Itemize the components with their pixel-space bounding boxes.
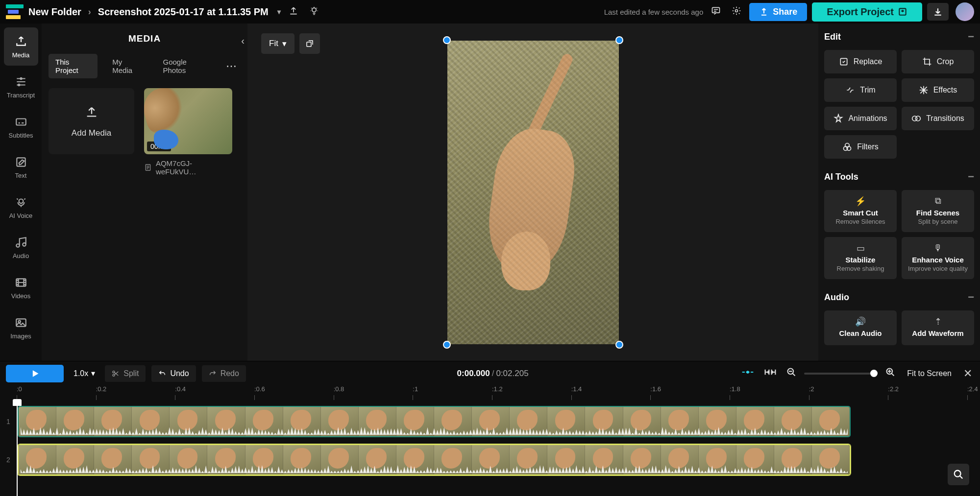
- crop-button[interactable]: Crop: [902, 50, 974, 73]
- user-avatar[interactable]: [956, 2, 974, 21]
- tab-label: Subtitles: [9, 132, 33, 139]
- share-button[interactable]: Share: [749, 3, 807, 21]
- media-clip-card[interactable]: 00:02 AQM7cGJ-weFUkVU…: [144, 88, 232, 176]
- transcript-icon: [15, 75, 27, 89]
- audio-section-title: Audio: [824, 292, 849, 303]
- findscenes-button[interactable]: ⧉Find ScenesSplit by scene: [902, 190, 974, 232]
- properties-panel: Edit − Replace Crop Trim Effects Animati…: [818, 24, 980, 361]
- settings-gear-icon[interactable]: [729, 3, 744, 21]
- sidebar-tab-videos[interactable]: Videos: [4, 268, 38, 307]
- timeline-ruler[interactable]: :0:0.2:0.4:0.6:0.8:1:1.2:1.4:1.6:1.8:2:2…: [0, 385, 980, 400]
- collapse-panel-icon[interactable]: ‹: [241, 35, 245, 47]
- snap-magnet-icon[interactable]: [739, 365, 756, 381]
- tab-label: Audio: [13, 252, 29, 260]
- fit-label: Fit: [269, 39, 278, 48]
- ruler-tick: :0.4: [175, 385, 186, 393]
- timeline-clip[interactable]: [18, 406, 851, 437]
- breadcrumb-folder[interactable]: New Folder: [28, 6, 81, 18]
- tab-label: Transcript: [7, 92, 35, 99]
- fit-to-screen-button[interactable]: Fit to Screen: [903, 366, 956, 381]
- track-number: 2: [0, 456, 17, 464]
- ruler-tick: :1.2: [492, 385, 503, 393]
- upload-icon[interactable]: [286, 3, 301, 21]
- media-tab-my-media[interactable]: My Media: [105, 54, 148, 78]
- more-options-icon[interactable]: ⋯: [222, 58, 241, 74]
- chevron-down-icon[interactable]: ▾: [277, 8, 281, 16]
- tab-label: Images: [10, 332, 31, 340]
- resize-handle-tr[interactable]: [615, 36, 623, 44]
- sidebar-tab-media[interactable]: Media: [4, 27, 38, 66]
- addwaveform-button[interactable]: ⇡Add Waveform: [902, 310, 974, 345]
- canvas-toolbar: Fit ▾: [261, 33, 320, 54]
- ai-section-title: AI Tools: [824, 172, 858, 182]
- add-media-button[interactable]: Add Media: [49, 88, 134, 154]
- media-panel: ‹ MEDIA This ProjectMy MediaGoogle Photo…: [42, 24, 247, 361]
- cleanaudio-button[interactable]: 🔊Clean Audio: [824, 310, 897, 345]
- ruler-tick: :1.4: [571, 385, 582, 393]
- playback-speed-select[interactable]: 1.0x▾: [70, 369, 99, 378]
- resize-handle-bl[interactable]: [443, 341, 451, 349]
- timeline-toolbar: 1.0x▾ Split Undo Redo 0:00.000/0:02.205 …: [0, 361, 980, 385]
- aivoice-icon: [15, 195, 27, 209]
- search-fab-button[interactable]: [948, 464, 969, 485]
- smartcut-button[interactable]: ⚡Smart CutRemove Silences: [824, 190, 897, 232]
- lightbulb-icon[interactable]: [306, 3, 322, 21]
- play-button[interactable]: [6, 365, 64, 382]
- redo-button[interactable]: Redo: [202, 365, 246, 382]
- enhancevoice-button[interactable]: 🎙Enhance VoiceImprove voice quality: [902, 237, 974, 279]
- sidebar-tab-audio[interactable]: Audio: [4, 228, 38, 266]
- media-tab-google-photos[interactable]: Google Photos: [156, 54, 215, 78]
- collapse-section-icon[interactable]: −: [968, 170, 974, 183]
- stabilize-button[interactable]: ▭StabilizeRemove shaking: [824, 237, 897, 279]
- detach-canvas-button[interactable]: [299, 33, 320, 54]
- upload-icon: [85, 105, 98, 121]
- zoom-slider[interactable]: [804, 373, 878, 375]
- audio-icon: [15, 236, 27, 249]
- effects-button[interactable]: Effects: [902, 78, 974, 102]
- app-logo[interactable]: [6, 4, 24, 19]
- track-row: 1: [0, 405, 960, 438]
- close-timeline-tools-icon[interactable]: ✕: [961, 365, 974, 382]
- fit-dropdown[interactable]: Fit ▾: [261, 33, 294, 54]
- transitions-button[interactable]: Transitions: [902, 107, 974, 130]
- svg-point-25: [955, 471, 961, 477]
- breadcrumb-title[interactable]: Screenshot 2025-01-17 at 1.11.35 PM: [98, 6, 269, 18]
- video-preview-image: [447, 41, 619, 344]
- sidebar-tab-subtitles[interactable]: Subtitles: [4, 108, 38, 146]
- undo-button[interactable]: Undo: [151, 365, 196, 382]
- download-button[interactable]: [927, 3, 949, 21]
- replace-button[interactable]: Replace: [824, 50, 897, 73]
- video-preview-frame[interactable]: [447, 41, 619, 344]
- sidebar-tab-transcript[interactable]: Transcript: [4, 68, 38, 106]
- trim-to-selection-icon[interactable]: [762, 365, 779, 381]
- zoom-in-icon[interactable]: [883, 365, 897, 381]
- zoom-out-icon[interactable]: [784, 365, 798, 381]
- export-project-button[interactable]: Export Project: [812, 2, 922, 22]
- timeline-clip[interactable]: [18, 444, 851, 475]
- trim-button[interactable]: Trim: [824, 78, 897, 102]
- resize-handle-br[interactable]: [615, 341, 623, 349]
- collapse-section-icon[interactable]: −: [968, 30, 974, 43]
- resize-handle-tl[interactable]: [443, 36, 451, 44]
- clip-filename-text: AQM7cGJ-weFUkVU…: [156, 159, 232, 176]
- sidebar-tab-aivoice[interactable]: AI Voice: [4, 188, 38, 226]
- timecode-display: 0:00.000/0:02.205: [457, 369, 529, 378]
- text-icon: [15, 155, 27, 169]
- sidebar-tab-text[interactable]: Text: [4, 148, 38, 186]
- audio-waveform: [21, 426, 848, 435]
- comments-icon[interactable]: [708, 3, 724, 21]
- svg-point-20: [113, 371, 115, 373]
- media-tab-this-project[interactable]: This Project: [49, 54, 98, 78]
- split-button[interactable]: Split: [105, 365, 146, 382]
- addwaveform-icon: ⇡: [934, 316, 942, 328]
- animations-button[interactable]: Animations: [824, 107, 897, 130]
- svg-point-21: [113, 374, 115, 376]
- svg-point-16: [916, 116, 921, 121]
- sidebar-tab-images[interactable]: Images: [4, 308, 38, 347]
- playhead[interactable]: [17, 400, 18, 496]
- tab-label: Videos: [11, 292, 31, 300]
- sidebar-vertical-tabs: MediaTranscriptSubtitlesTextAI VoiceAudi…: [0, 24, 42, 361]
- collapse-section-icon[interactable]: −: [968, 291, 974, 304]
- filters-button[interactable]: Filters: [824, 135, 897, 159]
- clip-filename: AQM7cGJ-weFUkVU…: [144, 154, 232, 176]
